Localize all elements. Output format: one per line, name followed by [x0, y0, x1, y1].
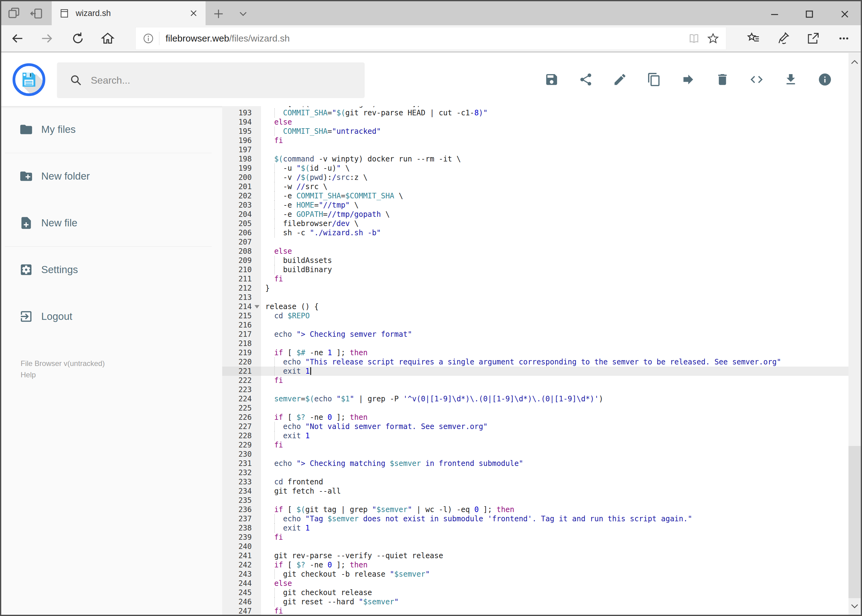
code-line[interactable]: 221 exit 1: [222, 366, 848, 376]
maximize-button[interactable]: [803, 8, 816, 20]
code-line[interactable]: 209 buildAssets: [222, 256, 848, 265]
code-view-icon[interactable]: [749, 72, 764, 87]
close-tab-icon[interactable]: [189, 9, 198, 18]
code-line[interactable]: 210 buildBinary: [222, 265, 848, 274]
code-line[interactable]: 240: [222, 542, 848, 551]
new-tab-icon[interactable]: [212, 8, 225, 20]
code-line[interactable]: 211 fi: [222, 274, 848, 284]
info-icon[interactable]: [818, 72, 832, 87]
code-line[interactable]: 201 -w //src \: [222, 182, 848, 191]
search-box[interactable]: [57, 63, 365, 98]
code-line[interactable]: 238 exit 1: [222, 523, 848, 533]
code-line[interactable]: 196 fi: [222, 136, 848, 145]
scroll-up-icon[interactable]: [850, 57, 860, 67]
home-icon[interactable]: [101, 32, 115, 45]
code-line[interactable]: 246 git reset --hard "$semver": [222, 597, 848, 607]
back-icon[interactable]: [11, 32, 24, 45]
code-line[interactable]: 205 filebrowser/dev \: [222, 219, 848, 228]
hub-favorites-icon[interactable]: [747, 32, 760, 45]
browser-tab[interactable]: wizard.sh: [52, 1, 206, 25]
address-bar[interactable]: filebrowser.web/files/wizard.sh: [136, 27, 726, 50]
copy-icon[interactable]: [647, 72, 661, 87]
code-line[interactable]: 217 echo "> Checking semver format": [222, 330, 848, 339]
tab-dropdown-icon[interactable]: [237, 8, 249, 20]
code-line[interactable]: 193 COMMIT_SHA="$(git rev-parse HEAD | c…: [222, 108, 848, 118]
code-line[interactable]: 242 if [ $? -ne 0 ]; then: [222, 560, 848, 570]
minimize-button[interactable]: [769, 8, 781, 20]
help-link[interactable]: Help: [20, 369, 105, 380]
code-line[interactable]: 223: [222, 385, 848, 394]
code-line[interactable]: 198 $(command -v winpty) docker run --rm…: [222, 154, 848, 163]
code-line[interactable]: 233 cd frontend: [222, 477, 848, 487]
more-options-icon[interactable]: [837, 32, 851, 45]
code-line[interactable]: 231 echo "> Checking matching $semver in…: [222, 459, 848, 468]
code-line[interactable]: 200 -v /$(pwd):/src:z \: [222, 173, 848, 182]
code-line[interactable]: 247 fi: [222, 607, 848, 615]
code-line[interactable]: 197: [222, 145, 848, 154]
move-icon[interactable]: [681, 72, 695, 87]
tab-preview-icon[interactable]: [7, 6, 21, 20]
code-line[interactable]: 219 if [ $# -ne 1 ]; then: [222, 348, 848, 357]
code-line[interactable]: 199 -u "$(id -u)" \: [222, 163, 848, 173]
code-editor[interactable]: 192 if [ "$(command -v git)" != "" ]; th…: [222, 106, 848, 615]
close-window-button[interactable]: [838, 8, 851, 20]
favorite-star-icon[interactable]: [707, 32, 719, 45]
code-line[interactable]: 204 -e GOPATH=//tmp/gopath \: [222, 210, 848, 219]
sidebar-item-settings[interactable]: Settings: [1, 261, 214, 279]
code-line[interactable]: 203 -e HOME="//tmp" \: [222, 201, 848, 210]
fold-arrow-icon[interactable]: [255, 305, 259, 308]
code-line[interactable]: 241 git rev-parse --verify --quiet relea…: [222, 551, 848, 560]
code-line[interactable]: 195 COMMIT_SHA="untracked": [222, 127, 848, 136]
code-line[interactable]: 234 git fetch --all: [222, 487, 848, 496]
code-line[interactable]: 213: [222, 293, 848, 302]
code-line[interactable]: 239 fi: [222, 533, 848, 542]
code-line[interactable]: 229 fi: [222, 440, 848, 449]
download-icon[interactable]: [783, 72, 798, 87]
code-line[interactable]: 215 cd $REPO: [222, 311, 848, 321]
code-line[interactable]: 194 else: [222, 118, 848, 127]
code-line[interactable]: 208 else: [222, 247, 848, 256]
vertical-scrollbar[interactable]: [848, 53, 861, 615]
code-line[interactable]: 228 exit 1: [222, 431, 848, 440]
set-tabs-aside-icon[interactable]: [30, 6, 44, 20]
code-line[interactable]: 236 if [ $(git tag | grep "$semver" | wc…: [222, 505, 848, 514]
web-note-pen-icon[interactable]: [777, 32, 790, 45]
reading-view-icon[interactable]: [688, 32, 700, 45]
code-line[interactable]: 206 sh -c "./wizard.sh -b": [222, 228, 848, 237]
code-line[interactable]: 226 if [ $? -ne 0 ]; then: [222, 413, 848, 422]
code-line[interactable]: 218: [222, 339, 848, 348]
sidebar-item-new-folder[interactable]: New folder: [1, 167, 214, 185]
code-line[interactable]: 245 git checkout release: [222, 588, 848, 597]
code-line[interactable]: 235: [222, 496, 848, 505]
scroll-down-icon[interactable]: [850, 601, 860, 611]
forward-icon[interactable]: [40, 32, 54, 45]
share-file-icon[interactable]: [578, 72, 593, 87]
code-line[interactable]: 222 fi: [222, 376, 848, 385]
site-info-icon[interactable]: [142, 33, 154, 44]
code-line[interactable]: 224 semver=$(echo "$1" | grep -P '^v(0|[…: [222, 394, 848, 404]
delete-icon[interactable]: [715, 72, 730, 87]
refresh-icon[interactable]: [71, 32, 85, 45]
share-icon[interactable]: [806, 32, 820, 45]
code-line[interactable]: 244 else: [222, 579, 848, 588]
code-line[interactable]: 232: [222, 468, 848, 477]
code-line[interactable]: 207: [222, 237, 848, 247]
code-line[interactable]: 243 git checkout -b release "$semver": [222, 570, 848, 579]
code-line[interactable]: 212}: [222, 284, 848, 293]
code-line[interactable]: 214release () {: [222, 302, 848, 311]
code-line[interactable]: 237 echo "Tag $semver does not exist in …: [222, 514, 848, 523]
sidebar-item-new-file[interactable]: New file: [1, 214, 214, 232]
code-line[interactable]: 216: [222, 321, 848, 330]
filebrowser-logo[interactable]: [12, 63, 46, 96]
code-line[interactable]: 230: [222, 449, 848, 459]
search-input[interactable]: [90, 74, 337, 86]
sidebar-item-logout[interactable]: Logout: [1, 307, 214, 326]
code-line[interactable]: 227 echo "Not valid semver format. See s…: [222, 422, 848, 431]
code-line[interactable]: 220 echo "This release script requires a…: [222, 357, 848, 366]
code-line[interactable]: 202 -e COMMIT_SHA=$COMMIT_SHA \: [222, 191, 848, 201]
sidebar-item-my-files[interactable]: My files: [1, 120, 214, 139]
save-icon[interactable]: [544, 72, 559, 87]
url-text[interactable]: filebrowser.web/files/wizard.sh: [165, 33, 688, 44]
code-line[interactable]: 225: [222, 404, 848, 413]
rename-icon[interactable]: [613, 72, 627, 87]
